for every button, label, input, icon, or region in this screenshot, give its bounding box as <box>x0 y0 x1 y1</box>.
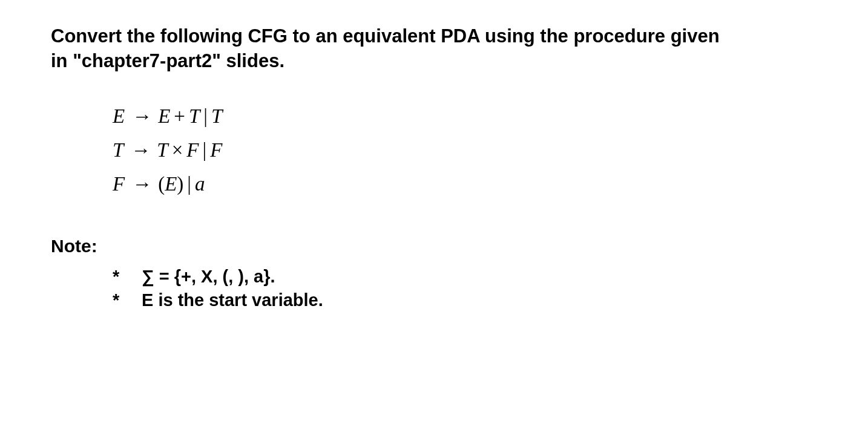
rule1-plus: + <box>174 99 185 133</box>
rule1-arrow: → <box>132 99 152 133</box>
rule1-bar: | <box>203 99 208 133</box>
rule3-lparen: ( <box>158 167 165 201</box>
rule3-inner: E <box>165 167 177 201</box>
grammar-rule-1: E → E + T | T <box>113 99 820 133</box>
note-item-2: * E is the start variable. <box>113 288 820 312</box>
rule3-arrow: → <box>132 167 152 201</box>
note-heading: Note: <box>51 236 820 256</box>
rule2-bar: | <box>203 133 207 167</box>
bullet-star: * <box>113 288 142 312</box>
rule1-rhs1a: E <box>158 99 170 133</box>
grammar-rule-3: F → ( E ) | a <box>113 167 820 201</box>
rule3-rparen: ) <box>177 167 183 201</box>
instruction-line-2: in "chapter7-part2" slides. <box>51 50 284 71</box>
rule2-rhs2: F <box>210 133 222 167</box>
rule1-rhs1b: T <box>189 99 200 133</box>
note2-text: E is the start variable. <box>142 288 323 312</box>
instruction-text: Convert the following CFG to an equivale… <box>51 24 820 74</box>
note1-content: ∑ = {+, X, (, ), a}. <box>142 265 275 288</box>
rule2-lhs: T <box>113 133 123 167</box>
note-item-1: * ∑ = {+, X, (, ), a}. <box>113 265 820 288</box>
problem-page: Convert the following CFG to an equivale… <box>0 0 868 336</box>
rule2-rhs1b: F <box>186 133 199 167</box>
rule3-lhs: F <box>113 167 125 201</box>
grammar-rule-2: T → T × F | F <box>113 133 820 167</box>
grammar-block: E → E + T | T T → T × F | F F → ( E ) | … <box>113 99 820 201</box>
notes-block: * ∑ = {+, X, (, ), a}. * E is the start … <box>113 265 820 312</box>
rule1-lhs: E <box>113 99 125 133</box>
rule3-rhs2: a <box>195 167 205 201</box>
rule1-rhs2: T <box>211 99 222 133</box>
sigma-symbol: ∑ <box>142 267 154 286</box>
instruction-line-1: Convert the following CFG to an equivale… <box>51 25 720 47</box>
note1-text: = {+, X, (, ), a}. <box>154 267 275 286</box>
rule2-times: × <box>172 133 183 167</box>
rule2-arrow: → <box>131 133 151 167</box>
rule2-rhs1a: T <box>157 133 168 167</box>
bullet-star: * <box>113 265 142 288</box>
rule3-bar: | <box>187 167 191 201</box>
